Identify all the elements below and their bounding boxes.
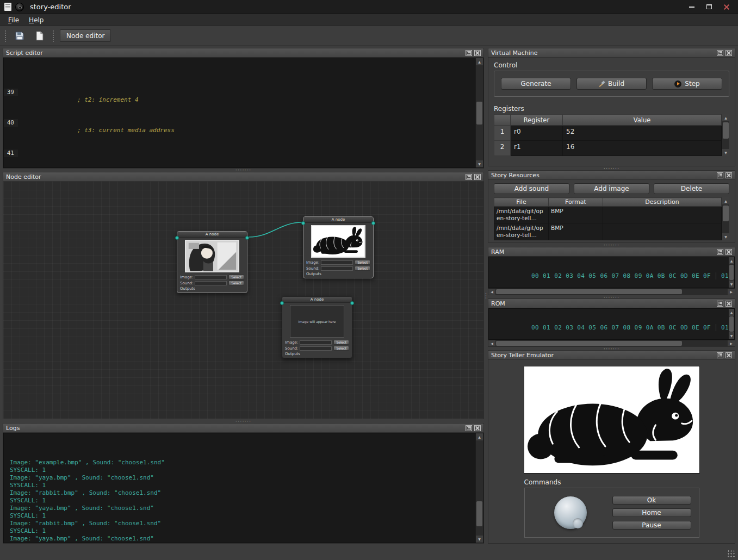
close-panel-icon[interactable] — [474, 174, 481, 180]
delete-resource-button[interactable]: Delete — [654, 183, 729, 194]
scroll-down-icon[interactable] — [729, 281, 734, 288]
splitter-handle[interactable] — [488, 166, 735, 170]
node-titlebar[interactable]: A node — [282, 297, 352, 303]
select-sound-button[interactable]: Select — [355, 266, 370, 271]
value-column-header[interactable]: Value — [563, 115, 722, 126]
float-panel-icon[interactable] — [466, 174, 472, 180]
resources-scrollbar[interactable] — [722, 197, 729, 240]
menu-file[interactable]: File — [3, 15, 24, 25]
scroll-down-icon[interactable] — [476, 536, 483, 543]
registers-table[interactable]: Register Value 1 r0 52 2 r1 16 — [494, 114, 722, 156]
add-sound-button[interactable]: Add sound — [494, 183, 569, 194]
registers-scrollbar[interactable] — [722, 114, 729, 156]
media-node-2[interactable]: A node Image: Select Sound: Select Outpu… — [303, 216, 374, 278]
select-image-button[interactable]: Select — [333, 340, 349, 345]
scroll-up-icon[interactable] — [476, 58, 483, 65]
code-editor[interactable]: 39 ; t2: increment 4 40 ; t3: current me… — [4, 58, 475, 167]
close-panel-icon[interactable] — [725, 172, 732, 178]
close-panel-icon[interactable] — [725, 249, 732, 255]
resource-format-cell[interactable]: BMP — [549, 207, 603, 223]
scroll-down-icon[interactable] — [729, 332, 734, 339]
register-row[interactable]: 1 r0 52 — [494, 126, 722, 141]
splitter-handle[interactable] — [488, 295, 735, 298]
node-canvas[interactable]: A node Image: Select Sound: Select Outpu… — [3, 182, 483, 419]
ok-button[interactable]: Ok — [612, 496, 691, 505]
register-value-cell[interactable]: 52 — [563, 126, 722, 141]
scroll-up-icon[interactable] — [476, 433, 483, 440]
select-sound-button[interactable]: Select — [333, 346, 349, 351]
rom-titlebar[interactable]: ROM — [488, 299, 735, 308]
select-image-button[interactable]: Select — [228, 275, 244, 279]
input-port[interactable] — [301, 221, 305, 225]
scroll-down-icon[interactable] — [722, 149, 729, 156]
virtual-machine-titlebar[interactable]: Virtual Machine — [488, 48, 735, 58]
image-field[interactable] — [195, 275, 227, 279]
image-field[interactable] — [321, 260, 353, 265]
pause-button[interactable]: Pause — [612, 521, 691, 530]
scroll-left-icon[interactable] — [488, 340, 495, 346]
splitter-handle[interactable] — [488, 243, 735, 246]
scroll-left-icon[interactable] — [488, 289, 495, 295]
rom-hex-view[interactable]: 00 01 02 03 04 05 06 07 08 09 0A 0B 0C 0… — [489, 309, 728, 339]
ram-hex-view[interactable]: 00 01 02 03 04 05 06 07 08 09 0A 0B 0C 0… — [489, 257, 728, 288]
resource-file-cell[interactable]: /mnt/data/git/open-story-tell… — [494, 207, 549, 223]
toolbar-grip[interactable] — [4, 30, 7, 42]
logs-titlebar[interactable]: Logs — [3, 424, 483, 433]
float-panel-icon[interactable] — [717, 352, 723, 358]
resource-description-cell[interactable] — [603, 223, 722, 240]
select-sound-button[interactable]: Select — [228, 281, 244, 285]
resource-file-cell[interactable]: /mnt/data/git/open-story-tell… — [494, 223, 549, 240]
splitter-handle[interactable] — [484, 48, 488, 544]
build-button[interactable]: Build — [576, 78, 647, 90]
float-panel-icon[interactable] — [717, 249, 723, 255]
save-button[interactable] — [12, 29, 27, 43]
step-button[interactable]: Step — [652, 78, 722, 90]
ram-vscrollbar[interactable] — [728, 257, 734, 288]
new-script-button[interactable] — [32, 29, 47, 43]
node-editor-titlebar[interactable]: Node editor — [3, 172, 483, 182]
description-column-header[interactable]: Description — [603, 198, 722, 207]
scroll-up-icon[interactable] — [729, 257, 734, 264]
register-name-cell[interactable]: r1 — [511, 141, 563, 156]
sound-field[interactable] — [321, 266, 353, 271]
splitter-handle[interactable] — [3, 168, 484, 171]
format-column-header[interactable]: Format — [549, 198, 603, 207]
logs-scrollbar[interactable] — [475, 433, 483, 543]
story-resources-titlebar[interactable]: Story Resources — [488, 171, 735, 180]
resource-row[interactable]: /mnt/data/git/open-story-tell… BMP — [494, 223, 722, 240]
input-port[interactable] — [175, 236, 179, 240]
sound-field[interactable] — [300, 346, 332, 351]
log-output[interactable]: Image: "example.bmp" , Sound: "choose1.s… — [4, 433, 475, 543]
close-button[interactable] — [720, 2, 734, 13]
float-panel-icon[interactable] — [466, 425, 472, 431]
scroll-up-icon[interactable] — [722, 197, 729, 204]
image-field[interactable] — [300, 340, 332, 345]
maximize-button[interactable] — [702, 2, 716, 13]
resource-row[interactable]: /mnt/data/git/open-story-tell… BMP — [494, 207, 722, 223]
close-panel-icon[interactable] — [725, 50, 732, 56]
close-panel-icon[interactable] — [474, 425, 481, 431]
window-titlebar[interactable]: story-editor — [0, 0, 738, 14]
rotary-knob[interactable] — [554, 496, 587, 529]
scroll-right-icon[interactable] — [728, 289, 735, 295]
file-column-header[interactable]: File — [494, 198, 549, 207]
node-editor-toggle-button[interactable]: Node editor — [60, 29, 111, 42]
rom-vscrollbar[interactable] — [728, 309, 734, 339]
register-value-cell[interactable]: 16 — [563, 141, 722, 156]
register-column-header[interactable]: Register — [511, 115, 563, 126]
resources-table[interactable]: File Format Description /mnt/data/git/op… — [494, 197, 722, 240]
node-titlebar[interactable]: A node — [303, 217, 373, 223]
scroll-down-icon[interactable] — [476, 160, 483, 167]
menu-help[interactable]: Help — [24, 15, 48, 25]
float-panel-icon[interactable] — [717, 172, 723, 178]
float-panel-icon[interactable] — [717, 301, 723, 307]
home-button[interactable]: Home — [612, 508, 691, 517]
minimize-button[interactable] — [685, 2, 699, 13]
input-port[interactable] — [280, 301, 284, 305]
close-panel-icon[interactable] — [474, 50, 481, 56]
splitter-handle[interactable] — [488, 347, 735, 350]
add-image-button[interactable]: Add image — [574, 183, 649, 194]
media-node-3[interactable]: A node Image will appear here Image: Sel… — [282, 296, 352, 358]
splitter-handle[interactable] — [3, 419, 484, 422]
scroll-right-icon[interactable] — [728, 340, 735, 346]
